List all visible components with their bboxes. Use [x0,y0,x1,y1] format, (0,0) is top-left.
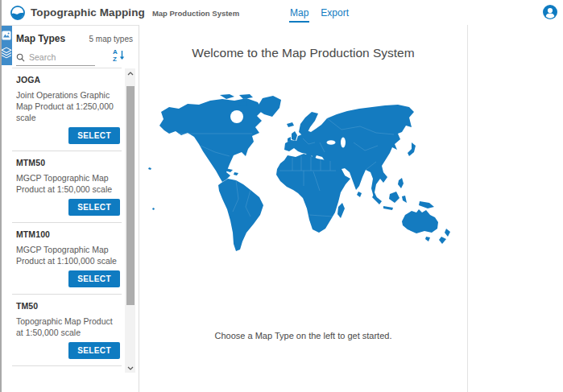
map-icon[interactable] [0,28,12,42]
map-type-description: Topographic Map Product at 1:50,000 scal… [16,316,118,338]
map-type-item: TM50 Topographic Map Product at 1:50,000… [12,295,122,366]
map-type-item: MTM100 MGCP Topographic Map Product at 1… [12,223,122,295]
header-tabs: Map Export [289,0,350,25]
tab-map[interactable]: Map [289,2,309,23]
chevron-up-icon[interactable] [125,68,135,78]
main-area: Welcome to the Map Production System [139,25,563,392]
app-header: Topographic Mapping Map Production Syste… [0,0,563,25]
scrollbar-thumb[interactable] [126,86,135,305]
svg-text:Z: Z [113,56,117,63]
map-type-item: MTM50 MGCP Topographic Map Product at 1:… [12,151,122,223]
map-type-select-button[interactable]: SELECT [68,270,120,287]
map-type-name: TM50 [16,301,120,311]
window-edge [0,0,2,392]
layers-icon[interactable] [0,46,12,60]
sidebar-header: Map Types 5 map types [16,33,133,44]
app-title: Topographic Mapping [31,6,145,19]
map-type-description: Joint Operations Graphic Map Product at … [16,89,118,123]
svg-text:A: A [113,48,118,56]
sort-a-z-icon[interactable]: A Z [112,47,126,64]
sidebar-action-rail [0,26,12,65]
map-type-item: JOGA Joint Operations Graphic Map Produc… [12,68,122,151]
map-type-select-button[interactable]: SELECT [68,127,120,144]
instruction-text: Choose a Map Type on the left to get sta… [139,331,467,340]
map-type-description: MGCP Topographic Map Product at 1:100,00… [16,244,118,266]
welcome-title: Welcome to the Map Production System [139,46,467,60]
map-type-name: MTM50 [16,158,120,167]
app-subtitle: Map Production System [152,9,239,18]
world-map [143,94,465,255]
search-input[interactable] [29,52,89,62]
chevron-down-icon[interactable] [125,363,135,373]
map-type-item: TM100 SELECT [12,366,122,372]
sidebar-scrollbar[interactable] [125,68,135,373]
map-types-count: 5 map types [89,35,133,43]
map-type-name: MTM100 [16,229,120,239]
tab-export[interactable]: Export [320,2,350,23]
search-box [16,49,95,66]
map-type-list: JOGA Joint Operations Graphic Map Produc… [12,68,122,372]
map-type-name: JOGA [16,75,120,85]
panel-title: Map Types [16,33,65,44]
user-avatar-icon[interactable] [543,5,557,19]
map-type-select-button[interactable]: SELECT [68,342,120,359]
map-type-select-button[interactable]: SELECT [68,199,120,216]
map-type-description: MGCP Topographic Map Product at 1:50,000… [16,172,118,195]
right-empty-area [468,25,563,392]
search-icon [16,53,25,62]
welcome-panel: Welcome to the Map Production System [139,25,468,392]
topographic-mapping-logo-icon [10,6,25,20]
map-types-sidebar: Map Types 5 map types A Z JOGA Joint Ope… [0,25,139,392]
